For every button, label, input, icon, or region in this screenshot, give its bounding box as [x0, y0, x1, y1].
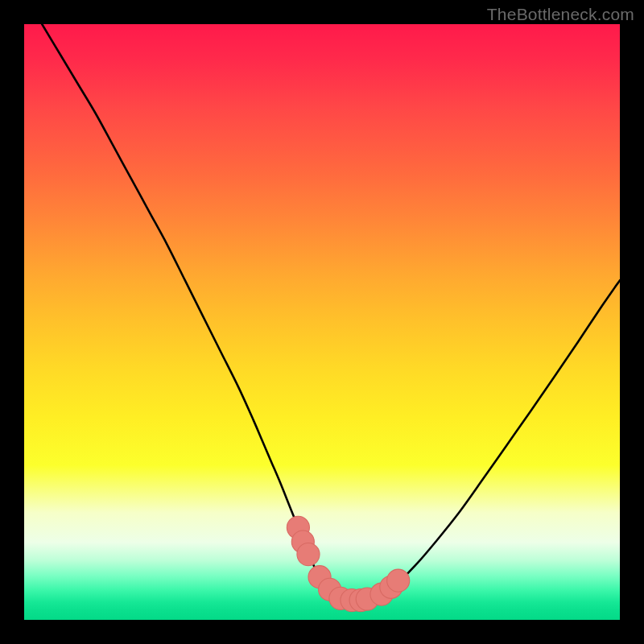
- highlight-dot: [297, 543, 320, 566]
- watermark-text: TheBottleneck.com: [487, 5, 634, 24]
- outer-frame: TheBottleneck.com: [0, 0, 644, 644]
- highlight-markers: [287, 516, 409, 611]
- bottleneck-curve: [42, 24, 620, 601]
- chart-svg: [24, 24, 620, 620]
- highlight-dot: [387, 569, 410, 592]
- plot-area: [24, 24, 620, 620]
